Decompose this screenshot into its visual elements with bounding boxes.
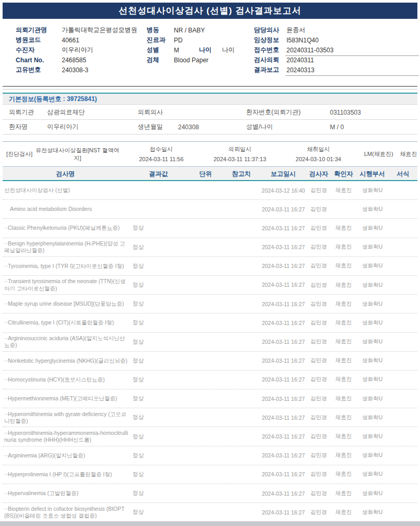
result-value-cell: 정상	[128, 338, 189, 346]
patient-header-row: 담당의사윤종서	[254, 25, 415, 35]
report-datetime-cell: 2024-03-11 16:27	[260, 300, 306, 308]
result-value-cell: 정상	[128, 395, 189, 402]
department-cell: 생화학U	[356, 262, 389, 270]
tester-cell: 김민경	[306, 471, 331, 478]
field-label: 검체	[147, 55, 174, 64]
tester-cell: 김민경	[306, 490, 331, 497]
section-divider-thick	[3, 86, 417, 87]
test-name-cell: ··Hyperprolinemia I (HP I)(고프롤린혈증 I형)	[3, 471, 128, 478]
patient-header-row: 검사의뢰20240311	[254, 55, 415, 65]
result-value-cell: 정상	[128, 433, 189, 441]
field-value: 이우리아기	[62, 46, 93, 54]
tester-cell: 김민경	[306, 357, 331, 364]
department-cell: 생화학U	[356, 452, 389, 459]
result-row: ··Classic Phenylketonuria (PKU)(페닐케톤뇨증)정…	[3, 219, 417, 238]
department-cell: 생화학U	[356, 319, 389, 327]
confirmer-cell: 채효진	[331, 433, 356, 440]
test-name-cell: ··Biopterin defect in cofactor biosynthe…	[3, 506, 128, 519]
diagnosis-test-name: 유전성대사이상질환[NST 혈액여지]	[33, 147, 122, 162]
diagnosis-collector: 채효진	[400, 150, 417, 158]
report-datetime-cell: 2024-03-11 16:27	[260, 338, 306, 345]
patient-header-section: 의뢰기관명가톨릭대학교은평성모병원병원코드40661수진자이우리아기Chart …	[16, 25, 415, 75]
department-cell: 생화학U	[356, 300, 389, 308]
department-cell: 생화학U	[356, 395, 389, 402]
field-label: 나이	[199, 46, 222, 54]
test-name-cell: ··Nonketotic hyperglycinemia (NKHG)(글리신뇌…	[3, 357, 128, 364]
tester-cell: 김민경	[306, 395, 331, 402]
diagnosis-row: [진단검사] 유전성대사이상질환[NST 혈액여지] 접수일시2024-03-1…	[3, 141, 417, 167]
tester-cell: 김민경	[306, 433, 331, 440]
patient-header-row: 병동NR / BABY	[147, 25, 254, 35]
report-datetime-cell: 2024-03-11 16:27	[260, 509, 306, 516]
field-label: 의뢰기관명	[16, 26, 62, 35]
confirmer-cell: 채효진	[331, 300, 356, 308]
result-value-cell: 정상	[128, 413, 189, 421]
field-label: 결과보고	[254, 65, 286, 74]
confirmer-cell: 채효진	[331, 414, 356, 421]
diagnosis-time-cell: 채취일시2024-03-10 01:34	[279, 144, 358, 164]
basic-info-header: 기본정보(등록번호 : 39725841)	[3, 93, 417, 105]
patient-header-row: 의뢰기관명가톨릭대학교은평성모병원	[16, 25, 147, 35]
confirmer-cell: 채효진	[331, 262, 356, 270]
result-row: ··Tyrosinemia, type I (TYR I)(고타이로신혈증 I형…	[3, 257, 417, 276]
tester-cell: 김민경	[306, 319, 331, 327]
field-value: 240308-3	[62, 66, 89, 74]
result-row: Amino acid metabolism Disorders2024-03-1…	[3, 200, 417, 219]
result-row: ··Maple syrup urine disease [MSUD](단풍당뇨증…	[3, 295, 417, 314]
result-value-cell: 정상	[128, 471, 189, 478]
field-value: 031103503	[330, 109, 417, 116]
patient-header-row: 병원코드40661	[16, 35, 147, 45]
field-value: 삼광의료재단	[47, 108, 138, 117]
result-row: ··Citrullinemia, type I (CIT)(시트룰린혈증 I형)…	[3, 314, 417, 332]
report-datetime-cell: 2024-03-11 16:27	[260, 243, 306, 251]
tester-cell: 김민경	[306, 206, 331, 213]
patient-header-col-2: 병동NR / BABY진료과PD성별M나이나이검체Blood Paper	[147, 25, 254, 75]
field-label: 의뢰의사	[138, 108, 178, 117]
field-value: 40661	[62, 37, 79, 44]
report-datetime-cell: 2024-03-11 16:27	[260, 452, 306, 459]
field-label: 접수번호	[254, 46, 286, 54]
department-cell: 생화학U	[356, 206, 389, 213]
result-value-cell: 정상	[128, 243, 189, 251]
field-label: 고유번호	[16, 65, 62, 74]
results-table-body: 선천성대사이상검사 (선별)2024-03-12 16:40김민경채효진생화학U…	[3, 181, 417, 522]
field-value: 20240311-03503	[286, 47, 334, 54]
report-datetime-cell: 2024-03-11 16:27	[260, 281, 306, 288]
confirmer-cell: 채효진	[331, 471, 356, 478]
report-datetime-cell: 2024-03-11 16:27	[260, 357, 306, 364]
page-bottom-edge	[0, 521, 420, 526]
tester-cell: 김민경	[306, 414, 331, 421]
department-cell: 생화학U	[356, 414, 389, 421]
patient-header-row: 접수번호20240311-03503	[254, 45, 415, 55]
result-value-cell: 정상	[128, 224, 189, 232]
department-cell: 생화학U	[356, 471, 389, 478]
column-header: 시행부서	[356, 170, 389, 178]
test-name-cell: ··Transient tyrosinemia of the neonate (…	[3, 278, 128, 292]
report-datetime-cell: 2024-03-12 16:40	[260, 187, 306, 194]
field-value: Blood Paper	[174, 57, 208, 64]
field-label: 의뢰기관	[3, 108, 47, 117]
field-label: 성별	[147, 46, 174, 54]
section-divider-thin	[3, 89, 417, 89]
department-cell: 생화학U	[356, 338, 389, 345]
field-label: 검사의뢰	[254, 55, 286, 64]
confirmer-cell: 채효진	[331, 243, 356, 251]
field-value: 나이	[222, 46, 235, 54]
basic-info-table: 의뢰기관삼광의료재단의뢰의사환자번호(의뢰기관)031103503환자명이우리아…	[3, 105, 417, 135]
result-row: ··Transient tyrosinemia of the neonate (…	[3, 276, 417, 295]
result-value-cell: 정상	[128, 281, 189, 289]
confirmer-cell: 채효진	[331, 376, 356, 383]
patient-header-row: 진료과PD	[147, 35, 254, 45]
tester-cell: 김민경	[306, 225, 331, 232]
test-name-cell: ··Hypermethioninemia (MET)(고메티오닌혈증)	[3, 395, 128, 402]
confirmer-cell: 채효진	[331, 490, 356, 497]
column-header: 보고일시	[260, 170, 306, 178]
field-value: NR / BABY	[174, 27, 205, 34]
patient-header-row: 고유번호240308-3	[16, 65, 147, 75]
field-value: 윤종서	[286, 26, 305, 35]
result-value-cell: 정상	[128, 452, 189, 460]
time-label: 접수일시	[122, 144, 201, 154]
result-row: ··Hypervalinemia (고발린혈증)정상2024-03-11 16:…	[3, 484, 417, 503]
field-label: 환자번호(의뢰기관)	[246, 108, 330, 117]
column-header: 검사자	[306, 170, 331, 178]
